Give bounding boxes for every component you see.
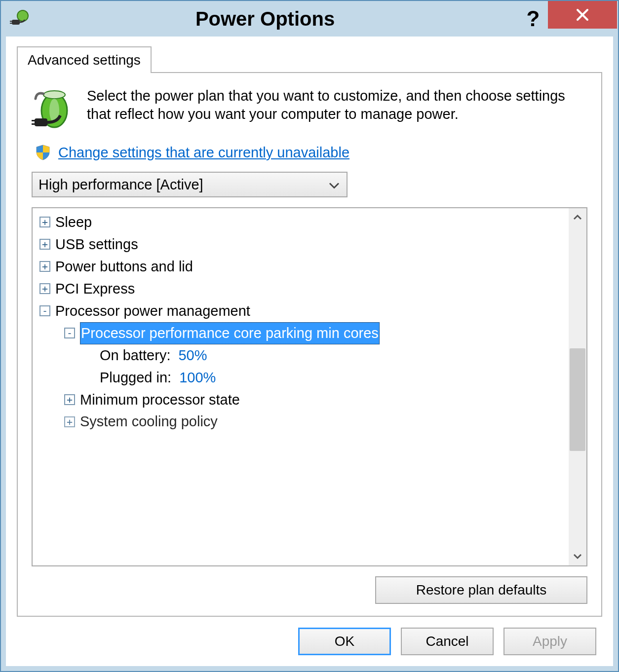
tree-scrollbar[interactable] <box>569 208 586 565</box>
power-options-window: Power Options ? Advanced settings <box>0 0 619 672</box>
shield-icon <box>35 144 51 161</box>
expand-icon[interactable]: + <box>39 217 50 227</box>
dialog-footer: OK Cancel Apply <box>6 617 613 666</box>
expand-icon[interactable]: + <box>64 416 75 427</box>
expand-icon[interactable]: + <box>64 394 75 405</box>
intro-row: Select the power plan that you want to c… <box>32 87 587 132</box>
uac-row: Change settings that are currently unava… <box>35 144 587 161</box>
help-button[interactable]: ? <box>518 1 548 37</box>
tree-label-selected: Processor performance core parking min c… <box>80 322 380 344</box>
titlebar: Power Options ? <box>1 1 618 37</box>
tree-label: PCI Express <box>55 278 135 300</box>
cancel-button[interactable]: Cancel <box>401 628 494 655</box>
expand-icon[interactable]: + <box>39 239 50 250</box>
settings-tree-container: + Sleep + USB settings + Power buttons a… <box>32 207 587 566</box>
tree-label: Power buttons and lid <box>55 256 193 278</box>
power-plan-combo[interactable]: High performance [Active] <box>32 172 348 197</box>
tab-advanced-settings[interactable]: Advanced settings <box>17 46 152 73</box>
tree-label: Sleep <box>55 211 92 233</box>
tree-item-core-parking-min-cores[interactable]: - Processor performance core parking min… <box>38 322 569 344</box>
scroll-track[interactable] <box>569 226 586 548</box>
scroll-down-button[interactable] <box>569 548 586 565</box>
collapse-icon[interactable]: - <box>39 305 50 316</box>
close-icon <box>576 8 589 22</box>
intro-text: Select the power plan that you want to c… <box>87 87 587 132</box>
tree-item-system-cooling-policy[interactable]: + System cooling policy <box>38 411 569 433</box>
tree-label: System cooling policy <box>80 411 218 433</box>
change-unavailable-link[interactable]: Change settings that are currently unava… <box>58 145 349 161</box>
tree-label: Minimum processor state <box>80 389 240 411</box>
apply-button: Apply <box>503 628 596 655</box>
setting-plugged-in[interactable]: Plugged in: 100% <box>38 367 569 389</box>
tree-item-pci-express[interactable]: + PCI Express <box>38 278 569 300</box>
tree-label: Processor power management <box>55 300 250 322</box>
svg-rect-9 <box>32 120 36 121</box>
scroll-up-button[interactable] <box>569 208 586 226</box>
window-title: Power Options <box>12 8 518 30</box>
close-button[interactable] <box>548 1 617 29</box>
setting-on-battery[interactable]: On battery: 50% <box>38 344 569 367</box>
tree-item-power-buttons-lid[interactable]: + Power buttons and lid <box>38 256 569 278</box>
expand-icon[interactable]: + <box>39 261 50 272</box>
power-plan-selected: High performance [Active] <box>39 177 203 193</box>
tab-page: Select the power plan that you want to c… <box>17 72 602 617</box>
svg-rect-8 <box>35 118 47 126</box>
restore-row: Restore plan defaults <box>32 576 587 604</box>
tree-item-processor-power-management[interactable]: - Processor power management <box>38 300 569 322</box>
collapse-icon[interactable]: - <box>64 328 75 338</box>
tree-label: USB settings <box>55 233 138 256</box>
scroll-thumb[interactable] <box>570 348 585 451</box>
setting-label: Plugged in: <box>100 367 171 389</box>
expand-icon[interactable]: + <box>39 283 50 294</box>
client-area: Advanced settings <box>6 37 613 666</box>
setting-label: On battery: <box>100 344 170 367</box>
tree-item-usb-settings[interactable]: + USB settings <box>38 233 569 256</box>
chevron-down-icon <box>329 177 340 193</box>
settings-tree[interactable]: + Sleep + USB settings + Power buttons a… <box>33 208 569 565</box>
svg-rect-10 <box>32 123 36 125</box>
battery-plug-icon <box>32 87 77 132</box>
setting-value[interactable]: 50% <box>178 344 207 367</box>
chevron-up-icon <box>573 214 582 220</box>
tree-item-min-processor-state[interactable]: + Minimum processor state <box>38 389 569 411</box>
tab-strip: Advanced settings <box>6 46 613 73</box>
tree-item-sleep[interactable]: + Sleep <box>38 211 569 233</box>
svg-point-6 <box>43 91 65 99</box>
ok-button[interactable]: OK <box>298 628 391 655</box>
chevron-down-icon <box>573 554 582 560</box>
setting-value[interactable]: 100% <box>179 367 216 389</box>
restore-defaults-button[interactable]: Restore plan defaults <box>375 576 587 604</box>
